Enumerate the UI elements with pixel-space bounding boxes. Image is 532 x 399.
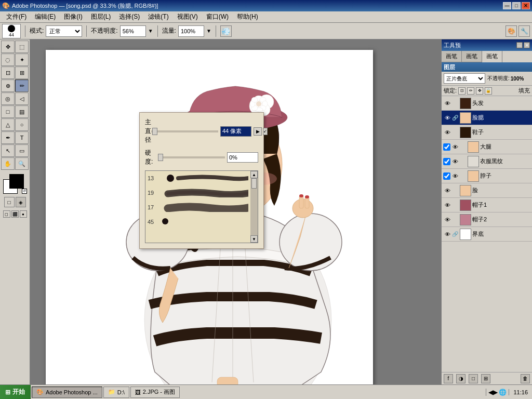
blur-tool[interactable]: △ — [1, 118, 15, 131]
blend-mode-select[interactable]: 正常 — [46, 25, 82, 37]
add-mask-btn[interactable]: ◑ — [456, 374, 466, 383]
clone-tool[interactable]: ◎ — [1, 92, 15, 105]
brush-item-13[interactable]: 13 — [148, 173, 248, 183]
gradient-tool[interactable]: ▤ — [15, 105, 29, 118]
new-group-btn[interactable]: ⊞ — [481, 374, 490, 383]
brush-diameter-input[interactable] — [220, 126, 251, 137]
tab-brushes[interactable]: 画笔 — [442, 51, 462, 62]
zoom-tool[interactable]: 🔍 — [15, 157, 29, 170]
menu-edit[interactable]: 编辑(E) — [31, 11, 60, 22]
maximize-button[interactable]: □ — [512, 2, 521, 9]
marquee-tool[interactable]: ⬚ — [15, 41, 29, 53]
screen-mode-btn2[interactable]: ⬛ — [11, 210, 19, 218]
menu-filter[interactable]: 滤镜(T) — [144, 11, 172, 22]
quick-mask-btn[interactable]: ◈ — [16, 197, 26, 207]
close-button[interactable]: ✕ — [522, 2, 530, 9]
tab-layers[interactable]: 画笔 — [482, 51, 502, 62]
layer-eye-clothes[interactable]: 👁 — [451, 157, 459, 166]
layer-check-clothes[interactable] — [443, 158, 450, 165]
layer-eye-thigh[interactable]: 👁 — [451, 143, 459, 151]
history-tool[interactable]: ◁ — [15, 92, 29, 105]
layer-hat1[interactable]: 👁 帽子1 — [442, 198, 532, 212]
toolbox-toggle[interactable]: 🔧 — [518, 25, 530, 37]
standard-mode-btn[interactable]: □ — [4, 197, 15, 207]
move-tool[interactable]: ✥ — [1, 41, 15, 53]
palette-icon[interactable]: 🎨 — [506, 25, 517, 37]
layer-hat2[interactable]: 👁 帽子2 — [442, 212, 532, 227]
brush-list-scrollbar[interactable]: ▲ ▼ — [250, 171, 258, 243]
eraser-tool[interactable]: □ — [1, 105, 15, 118]
taskbar-photoshop[interactable]: 🎨 Adobe Photoshop ... — [32, 387, 102, 398]
screen-mode-btn1[interactable]: ◻ — [3, 210, 10, 218]
menu-view[interactable]: 视图(V) — [173, 11, 202, 22]
layer-face-blush[interactable]: 👁 🔗 脸腮 — [442, 111, 532, 125]
menu-file[interactable]: 文件(F) — [2, 11, 31, 22]
add-style-btn[interactable]: f — [444, 374, 453, 383]
menu-image[interactable]: 图像(I) — [60, 11, 86, 22]
lasso-tool[interactable]: ◌ — [1, 54, 15, 66]
dodge-tool[interactable]: ○ — [15, 118, 29, 131]
brush-list-container[interactable]: 13 19 — [145, 170, 258, 243]
menu-select[interactable]: 选择(S) — [115, 11, 144, 22]
layer-eye-neck[interactable]: 👁 — [451, 172, 459, 180]
layer-background[interactable]: 👁 🔗 界底 — [442, 227, 532, 242]
hand-tool[interactable]: ✋ — [1, 157, 15, 170]
brush-diameter-slider[interactable] — [151, 130, 218, 132]
layer-hair[interactable]: 👁 头发 — [442, 96, 532, 111]
scroll-up-btn[interactable]: ▲ — [250, 171, 258, 178]
brush-tool[interactable]: ✏ — [15, 79, 29, 92]
lock-all-btn[interactable]: 🔒 — [485, 87, 492, 95]
canvas-area[interactable]: 主直径 ▶ ↙ 硬度: — [30, 39, 441, 384]
magic-wand-tool[interactable]: ✦ — [15, 54, 29, 66]
panel-close-btn[interactable]: ✕ — [524, 42, 530, 48]
layer-shoes[interactable]: 👁 鞋子 — [442, 125, 532, 140]
layer-eye-hat2[interactable]: 👁 — [443, 216, 451, 224]
swap-colors-icon[interactable]: ↺ — [22, 189, 27, 194]
hardness-slider[interactable] — [158, 156, 225, 158]
lock-image-btn[interactable]: ✏ — [467, 87, 474, 95]
brush-size-arrow[interactable]: ▶ — [254, 127, 262, 136]
menu-layer[interactable]: 图层(L) — [87, 11, 115, 22]
brush-item-19[interactable]: 19 — [148, 188, 248, 198]
layers-list[interactable]: 👁 头发 👁 🔗 脸腮 👁 鞋子 👁 — [442, 96, 532, 372]
crop-tool[interactable]: ⊡ — [1, 66, 15, 79]
flow-input[interactable] — [178, 25, 204, 37]
scroll-thumb[interactable] — [251, 178, 257, 189]
brush-item-45[interactable]: 45 — [148, 217, 248, 227]
layer-thigh[interactable]: 👁 大腿 — [442, 140, 532, 154]
screen-mode-btn3[interactable]: ● — [20, 210, 27, 218]
lock-position-btn[interactable]: ✥ — [476, 87, 483, 95]
new-layer-btn[interactable]: □ — [469, 374, 478, 383]
tab-brush-presets[interactable]: 画笔 — [462, 51, 482, 62]
layer-check-thigh[interactable] — [443, 143, 450, 151]
pen-tool[interactable]: ✒ — [1, 131, 15, 144]
panel-minimize-btn[interactable]: — — [516, 42, 523, 48]
menu-help[interactable]: 帮助(H) — [233, 11, 262, 22]
brush-item-17[interactable]: 17 — [148, 202, 248, 212]
layer-eye-bg[interactable]: 👁 — [443, 230, 451, 238]
layer-neck[interactable]: 👁 脖子 — [442, 169, 532, 183]
text-tool[interactable]: T — [15, 131, 29, 144]
layer-blend-select[interactable]: 正片叠底 — [444, 73, 485, 84]
start-button[interactable]: ⊞ 开始 — [0, 385, 31, 400]
opacity-arrow[interactable]: ▼ — [148, 28, 153, 34]
delete-layer-btn[interactable]: 🗑 — [521, 374, 530, 383]
slice-tool[interactable]: ⊞ — [15, 66, 29, 79]
shape-tool[interactable]: ▭ — [15, 144, 29, 157]
layer-eye-hat1[interactable]: 👁 — [443, 201, 451, 209]
scroll-track[interactable] — [250, 178, 258, 235]
layer-eye-shoes[interactable]: 👁 — [443, 128, 451, 137]
layer-check-neck[interactable] — [443, 172, 450, 180]
layer-face[interactable]: 👁 脸 — [442, 183, 532, 198]
layer-clothes-lines[interactable]: 👁 衣服黑纹 — [442, 154, 532, 169]
brush-size-display[interactable]: 44 — [2, 24, 21, 38]
healing-tool[interactable]: ⊕ — [1, 79, 15, 92]
opacity-input[interactable] — [120, 25, 146, 37]
minimize-button[interactable]: — — [503, 2, 511, 9]
layer-eye-face-blush[interactable]: 👁 — [443, 114, 451, 122]
airbrush-toggle[interactable]: 💨 — [220, 25, 232, 37]
menu-window[interactable]: 窗口(W) — [202, 11, 233, 22]
brush-options-expand[interactable]: ↙ — [263, 128, 268, 135]
hardness-input[interactable] — [227, 152, 258, 163]
taskbar-explorer[interactable]: 📁 D:\ — [103, 387, 129, 398]
